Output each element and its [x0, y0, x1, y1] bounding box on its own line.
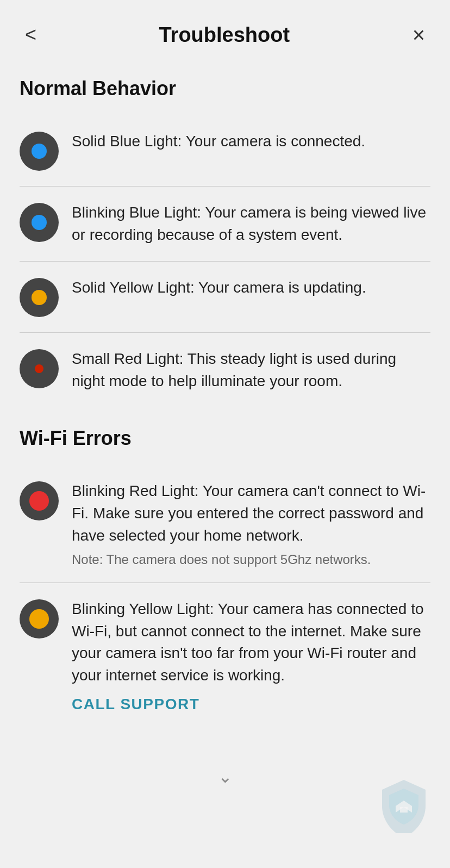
item-text-solid-blue: Solid Blue Light: Your camera is connect… — [72, 131, 430, 153]
led-icon-solid-yellow — [20, 278, 59, 317]
led-icon-blinking-yellow — [20, 599, 59, 638]
wifi-errors-section: Wi-Fi Errors Blinking Red Light: Your ca… — [20, 427, 430, 728]
led-dot-blinking-blue — [32, 215, 47, 230]
close-button[interactable]: × — [407, 22, 430, 48]
led-dot-small-red — [35, 364, 43, 373]
header: < Troubleshoot × — [0, 0, 450, 61]
wifi-errors-list: Blinking Red Light: Your camera can't co… — [20, 465, 430, 728]
page-title: Troubleshoot — [159, 23, 290, 47]
item-text-blinking-blue: Blinking Blue Light: Your camera is bein… — [72, 202, 430, 246]
normal-item-solid-blue: Solid Blue Light: Your camera is connect… — [20, 115, 430, 187]
led-icon-solid-blue — [20, 132, 59, 171]
svg-rect-0 — [400, 807, 408, 813]
call-support-button[interactable]: CALL SUPPORT — [72, 696, 199, 713]
wifi-item-blinking-yellow: Blinking Yellow Light: Your camera has c… — [20, 583, 430, 728]
normal-behavior-list: Solid Blue Light: Your camera is connect… — [20, 115, 430, 407]
normal-item-small-red: Small Red Light: This steady light is us… — [20, 333, 430, 407]
item-content-blinking-red: Blinking Red Light: Your camera can't co… — [72, 480, 430, 567]
item-content-blinking-yellow: Blinking Yellow Light: Your camera has c… — [72, 598, 430, 712]
normal-item-blinking-blue: Blinking Blue Light: Your camera is bein… — [20, 187, 430, 262]
wifi-item-blinking-red: Blinking Red Light: Your camera can't co… — [20, 465, 430, 583]
item-text-blinking-yellow: Blinking Yellow Light: Your camera has c… — [72, 598, 430, 686]
wifi-errors-title: Wi-Fi Errors — [20, 427, 430, 450]
led-icon-blinking-blue — [20, 203, 59, 242]
item-note-blinking-red: Note: The camera does not support 5Ghz n… — [72, 552, 430, 567]
led-dot-solid-yellow — [32, 290, 47, 305]
led-icon-blinking-red — [20, 481, 59, 520]
led-dot-blinking-yellow — [29, 609, 49, 629]
item-text-solid-yellow: Solid Yellow Light: Your camera is updat… — [72, 277, 430, 299]
normal-item-solid-yellow: Solid Yellow Light: Your camera is updat… — [20, 262, 430, 333]
home-shield-watermark — [379, 779, 428, 835]
led-dot-blinking-red — [29, 491, 49, 511]
item-text-blinking-red: Blinking Red Light: Your camera can't co… — [72, 480, 430, 547]
content-area: Normal Behavior Solid Blue Light: Your c… — [0, 61, 450, 761]
led-icon-small-red — [20, 349, 59, 388]
led-dot-solid-blue — [32, 144, 47, 159]
back-button[interactable]: < — [20, 23, 42, 47]
normal-behavior-title: Normal Behavior — [20, 77, 430, 100]
item-text-small-red: Small Red Light: This steady light is us… — [72, 348, 430, 392]
normal-behavior-section: Normal Behavior Solid Blue Light: Your c… — [20, 77, 430, 407]
